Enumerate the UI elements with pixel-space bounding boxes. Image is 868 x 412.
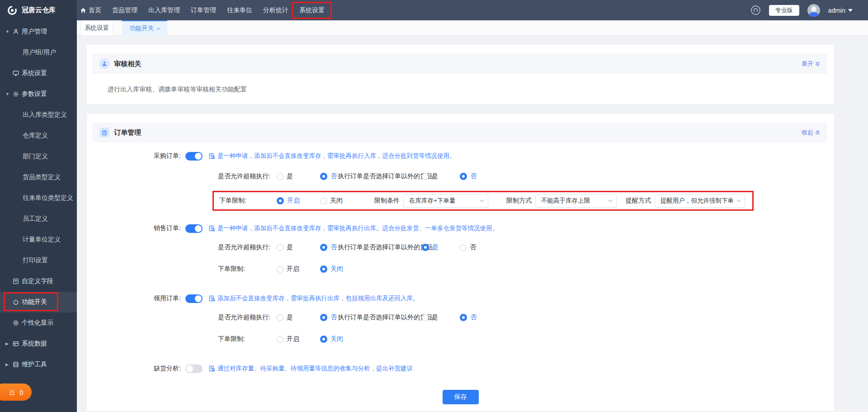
- chevron-down-icon: [848, 9, 853, 12]
- person-badge-icon: [99, 59, 109, 69]
- requisition-outside-no-radio[interactable]: 否: [460, 313, 476, 322]
- purchase-limit-on-radio[interactable]: 开启: [277, 197, 320, 205]
- nav-item-partners[interactable]: 往来单位: [227, 6, 252, 14]
- purchase-outside-yes-radio[interactable]: 是: [422, 172, 460, 180]
- requisition-overexec-yes-radio[interactable]: 是: [277, 313, 320, 322]
- user-icon: [13, 28, 22, 35]
- requisition-section-row: 领用订单: 添加后不会直接改变库存，需审批再执行出库，包括领用出库及还回入库。: [154, 293, 419, 304]
- double-chevron-up-icon: [815, 130, 820, 135]
- sidebar-item-user-management[interactable]: ▼ 用户管理: [0, 21, 77, 42]
- requisition-overexec-no-radio[interactable]: 否: [320, 313, 338, 322]
- nav-item-inout[interactable]: 出入库管理: [148, 6, 180, 14]
- requisition-options-row: 是否允许超额执行: 是 否 执行订单是否选择订单以外的货品: 是 否: [218, 312, 476, 323]
- audit-description: 进行出入库审核、调拨单审核等审核相关功能配置: [108, 85, 247, 94]
- sales-overexec-no-radio[interactable]: 否: [320, 243, 338, 251]
- tab-feature-switch[interactable]: 功能开关 ×: [122, 20, 167, 36]
- sales-overexec-yes-radio[interactable]: 是: [277, 243, 320, 251]
- form-search-icon: [209, 295, 215, 302]
- nav-item-system-settings[interactable]: 系统设置: [299, 6, 325, 14]
- sidebar-item-inout-type[interactable]: 出入库类型定义: [0, 104, 77, 125]
- shortage-description: 通过对库存量、待采购量、待领用量等信息的收集与分析，提出补货建议: [209, 365, 413, 373]
- sidebar-item-print-settings[interactable]: 打印设置: [0, 250, 77, 271]
- collapse-link[interactable]: 收起: [802, 128, 820, 137]
- form-search-icon: [209, 365, 215, 372]
- purchase-limit-row: 下单限制: 开启 关闭 限制条件 在库库存+下单量 限制方式 不能高于库存上限 …: [219, 193, 745, 208]
- sales-limit-row: 下单限制: 开启 关闭: [218, 264, 343, 275]
- purchase-outside-no-radio[interactable]: 否: [460, 172, 476, 180]
- purchase-overexec-no-radio[interactable]: 否: [320, 172, 338, 180]
- top-navbar: 首页 货品管理 出入库管理 订单管理 往来单位 分析统计 系统设置 专业版 ad…: [0, 0, 868, 20]
- sidebar-item-system-settings[interactable]: 系统设置: [0, 63, 77, 84]
- sales-toggle[interactable]: [185, 224, 203, 233]
- sidebar-item-goods-type-def[interactable]: 货品类型定义: [0, 167, 77, 188]
- form-search-icon: [209, 225, 215, 232]
- user-menu[interactable]: admin: [828, 7, 853, 14]
- purchase-overexec-yes-radio[interactable]: 是: [277, 172, 320, 180]
- nav-item-goods[interactable]: 货品管理: [112, 6, 137, 14]
- avatar[interactable]: [807, 4, 820, 17]
- sales-limit-off-radio[interactable]: 关闭: [320, 265, 343, 273]
- limit-condition-select[interactable]: 在库库存+下单量: [403, 194, 488, 208]
- sales-limit-on-radio[interactable]: 开启: [277, 265, 320, 273]
- app-title: 冠唐云仓库: [22, 6, 56, 14]
- nav-item-home[interactable]: 首页: [80, 6, 101, 14]
- order-card: 订单管理 收起 采购订单: 是一种申请，添加后不会直接改变库存，需审批再执行入库…: [87, 114, 834, 411]
- sales-outside-no-radio[interactable]: 否: [460, 243, 476, 251]
- close-icon[interactable]: ×: [156, 25, 160, 32]
- alert-badge[interactable]: 0: [0, 384, 32, 401]
- expand-link[interactable]: 展开: [802, 60, 820, 68]
- sidebar-item-feature-switch[interactable]: 功能开关: [0, 292, 77, 313]
- purchase-limit-off-radio[interactable]: 关闭: [320, 197, 374, 205]
- requisition-outside-yes-radio[interactable]: 是: [422, 313, 460, 322]
- requisition-toggle[interactable]: [185, 294, 203, 303]
- sidebar-item-maintenance-tools[interactable]: ▶ 维护工具: [0, 354, 77, 375]
- edition-badge[interactable]: 专业版: [769, 5, 799, 16]
- sidebar-item-system-data[interactable]: ▶ 系统数据: [0, 333, 77, 354]
- order-card-title: 订单管理: [114, 128, 141, 137]
- alert-count: 0: [19, 388, 23, 396]
- sidebar-item-partner-type-def[interactable]: 往来单位类型定义: [0, 188, 77, 208]
- sidebar-item-user-groups[interactable]: 用户组/用户: [0, 42, 77, 63]
- limit-mode-select[interactable]: 不能高于库存上限: [535, 194, 617, 208]
- double-chevron-down-icon: [815, 61, 820, 66]
- caret-right-icon: ▶: [5, 362, 13, 367]
- save-button[interactable]: 保存: [443, 390, 479, 404]
- alarm-icon: [8, 389, 16, 396]
- audit-card-header: 审核相关 展开: [92, 54, 827, 74]
- audit-card-title: 审核相关: [114, 60, 141, 68]
- power-icon: [13, 299, 22, 305]
- requisition-limit-off-radio[interactable]: 关闭: [320, 335, 343, 343]
- shortage-toggle[interactable]: [185, 365, 203, 373]
- purchase-section-row: 采购订单: 是一种申请，添加后不会直接改变库存，需审批再执行入库，适合分批到货等…: [154, 151, 455, 161]
- caret-down-icon: ▼: [5, 29, 13, 34]
- main-content: 审核相关 展开 进行出入库审核、调拨单审核等审核相关功能配置 订单管理 收起: [77, 36, 868, 412]
- requisition-description: 添加后不会直接改变库存，需审批再执行出库，包括领用出库及还回入库。: [209, 294, 419, 303]
- sidebar-item-employee-def[interactable]: 员工定义: [0, 208, 77, 229]
- app-logo[interactable]: 冠唐云仓库: [0, 0, 77, 20]
- audit-card: 审核相关 展开 进行出入库审核、调拨单审核等审核相关功能配置: [87, 45, 834, 104]
- order-card-header: 订单管理 收起: [92, 123, 827, 142]
- sidebar-item-unit-def[interactable]: 计量单位定义: [0, 229, 77, 250]
- gear-icon: [13, 91, 22, 97]
- sales-outside-yes-radio[interactable]: 是: [422, 243, 460, 251]
- data-grid-icon: [13, 341, 22, 347]
- nav-item-analytics[interactable]: 分析统计: [263, 6, 288, 14]
- form-search-icon: [209, 153, 215, 159]
- requisition-limit-on-radio[interactable]: 开启: [277, 335, 320, 343]
- sidebar-item-department-def[interactable]: 部门定义: [0, 146, 77, 167]
- service-icon[interactable]: [750, 5, 761, 15]
- tab-system-settings[interactable]: 系统设置: [80, 20, 113, 36]
- sales-description: 是一种申请，添加后不会直接改变库存，需审批再执行出库。适合分批发货、一单多仓发货…: [209, 224, 498, 232]
- sidebar-item-custom-fields[interactable]: 自定义字段: [0, 271, 77, 292]
- clipboard-icon: [99, 128, 109, 137]
- remind-mode-select[interactable]: 提醒用户，但允许强制下单: [655, 194, 745, 208]
- nav-item-orders[interactable]: 订单管理: [191, 6, 216, 14]
- sidebar-item-parameter-settings[interactable]: ▼ 参数设置: [0, 84, 77, 104]
- sales-section-row: 销售订单: 是一种申请，添加后不会直接改变库存，需审批再执行出库。适合分批发货、…: [154, 223, 498, 234]
- form-icon: [13, 278, 22, 284]
- purchase-toggle[interactable]: [185, 152, 203, 161]
- chevron-down-icon: [480, 199, 484, 202]
- sidebar-item-personalization[interactable]: 个性化显示: [0, 313, 77, 333]
- sidebar-item-warehouse-def[interactable]: 仓库定义: [0, 125, 77, 146]
- logo-icon: [6, 5, 18, 16]
